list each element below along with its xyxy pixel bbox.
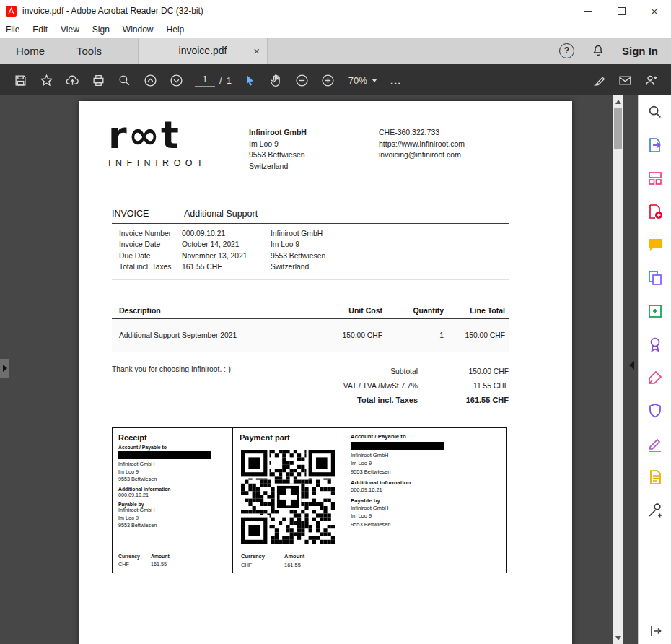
share-with-people-button[interactable]: [638, 68, 664, 92]
save-button[interactable]: [7, 68, 33, 92]
additional-info-label: Additional information: [118, 487, 227, 492]
close-button[interactable]: ×: [638, 0, 671, 22]
payable-by-label: Payable by: [351, 497, 506, 504]
window-title: invoice.pdf - Adobe Acrobat Reader DC (3…: [22, 6, 203, 16]
tool-organize-pages-button[interactable]: [639, 162, 671, 195]
shield-icon: [646, 402, 664, 419]
zoom-out-button[interactable]: [289, 68, 315, 92]
next-page-button[interactable]: [163, 68, 189, 92]
tabbar: Home Tools invoice.pdf × ? Sign In: [0, 38, 671, 64]
tool-certificates-button[interactable]: [639, 427, 671, 461]
plus-circle-icon: [321, 74, 335, 87]
tab-close-icon[interactable]: ×: [253, 45, 260, 57]
fill-sign-pen-icon: [646, 369, 664, 386]
detail-value: 000.09.10.21: [182, 228, 225, 239]
header-line-total: Line Total: [444, 306, 505, 315]
vertical-scrollbar[interactable]: [613, 95, 623, 644]
cloud-upload-icon: [66, 74, 79, 87]
totals-block: Subtotal 150.00 CHF VAT / TVA /MwSt 7.7%…: [256, 364, 509, 407]
bill-to-line: Switzerland: [271, 261, 325, 272]
amount-value: 161.55: [284, 562, 301, 568]
sign-in-button[interactable]: Sign In: [622, 45, 658, 57]
payer-line: 9553 Bettwiesen: [351, 521, 506, 528]
help-icon[interactable]: ?: [559, 43, 574, 58]
tab-document[interactable]: invoice.pdf ×: [138, 38, 268, 64]
menu-edit[interactable]: Edit: [32, 25, 48, 35]
tool-combine-files-button[interactable]: [639, 261, 671, 295]
zoom-in-button[interactable]: [315, 68, 341, 92]
payee-line: Infiniroot GmbH: [351, 451, 506, 459]
chevron-down-icon: [372, 79, 377, 82]
triangle-up-icon: [615, 100, 621, 104]
bill-to-line: 9553 Bettwiesen: [271, 251, 325, 261]
expand-tools-pane-button[interactable]: [639, 624, 671, 638]
menu-window[interactable]: Window: [123, 25, 154, 35]
menu-view[interactable]: View: [61, 25, 79, 35]
pdf-page: r∞t INFINIROOT Infiniroot GmbH Im Loo 9 …: [79, 101, 572, 644]
invoice-subtitle: Additional Support: [184, 209, 258, 219]
favorite-star-button[interactable]: [33, 68, 59, 92]
payer-line: Infiniroot GmbH: [351, 504, 506, 512]
share-cloud-button[interactable]: [59, 68, 85, 92]
doc-tab-label: invoice.pdf: [179, 45, 227, 56]
tool-export-pdf-button[interactable]: [639, 129, 671, 162]
tools-pane-collapse-arrow[interactable]: [629, 361, 634, 370]
company-email: invoicing@infiniroot.com: [379, 149, 465, 161]
menu-help[interactable]: Help: [167, 25, 185, 35]
company-website: https://www.infiniroot.com: [379, 139, 465, 150]
logo-subtext: INFINIROOT: [108, 158, 207, 168]
page-number-input[interactable]: 1: [195, 74, 215, 87]
additional-info-value: 000.09.10.21: [118, 492, 227, 500]
tool-scan-ocr-button[interactable]: [639, 461, 671, 494]
previous-page-button[interactable]: [137, 68, 163, 92]
maximize-icon: [618, 7, 626, 15]
scroll-up-button[interactable]: [613, 96, 623, 107]
minus-circle-icon: [295, 74, 309, 87]
send-email-button[interactable]: [612, 68, 638, 92]
print-button[interactable]: [85, 68, 111, 92]
hand-tool-button[interactable]: [263, 68, 289, 92]
page-total: 1: [227, 75, 232, 86]
redacted-iban-bar: [118, 451, 211, 459]
tool-protect-button[interactable]: [639, 394, 671, 427]
tool-comment-button[interactable]: [639, 228, 671, 261]
logo-text: r∞t: [108, 117, 207, 153]
tool-search-button[interactable]: [639, 95, 671, 129]
vat-row: VAT / TVA /MwSt 7.7% 11.55 CHF: [256, 378, 509, 393]
payee-line: Infiniroot GmbH: [118, 461, 227, 469]
invoice-details: Invoice Number 000.09.10.21 Invoice Date…: [119, 228, 247, 272]
sender-country: Switzerland: [249, 161, 307, 173]
triangle-down-icon: [615, 636, 621, 640]
receipt-section: Receipt Account / Payable to Infiniroot …: [113, 428, 233, 573]
menu-sign[interactable]: Sign: [92, 25, 110, 35]
item-unit-cost: 150.00 CHF: [321, 331, 382, 339]
scrollbar-thumb[interactable]: [614, 108, 622, 149]
amount-value: 161.55: [151, 561, 167, 567]
marquee-zoom-button[interactable]: [111, 68, 137, 92]
tool-fill-sign-button[interactable]: [639, 361, 671, 394]
tool-more-tools-button[interactable]: [639, 494, 671, 527]
tab-tools[interactable]: Tools: [61, 38, 118, 64]
maximize-button[interactable]: [605, 0, 638, 22]
currency-label: Currency: [241, 553, 284, 560]
tab-home[interactable]: Home: [0, 38, 61, 64]
select-tool-button[interactable]: [237, 68, 263, 92]
minimize-button[interactable]: [571, 0, 605, 22]
toolbar-overflow-button[interactable]: ...: [390, 74, 402, 87]
menu-file[interactable]: File: [6, 25, 19, 35]
tool-create-pdf-button[interactable]: [639, 195, 671, 228]
pen-icon: [592, 74, 606, 87]
printer-icon: [92, 74, 105, 87]
detail-row: Invoice Date October 14, 2021: [119, 239, 247, 250]
item-description: Additional Support September 2021: [112, 331, 321, 339]
zoom-level-dropdown[interactable]: 70%: [348, 75, 377, 86]
fill-sign-toolbar-button[interactable]: [586, 68, 612, 92]
detail-row: Due Date November 13, 2021: [119, 251, 247, 261]
notifications-bell-icon[interactable]: [592, 44, 605, 57]
magnifier-icon: [118, 74, 131, 87]
tool-compress-pdf-button[interactable]: [639, 295, 671, 328]
tool-stamp-button[interactable]: [639, 328, 671, 361]
navigation-pane-toggle[interactable]: [0, 359, 9, 378]
scroll-down-button[interactable]: [613, 632, 623, 643]
zoom-level-value: 70%: [348, 75, 367, 86]
